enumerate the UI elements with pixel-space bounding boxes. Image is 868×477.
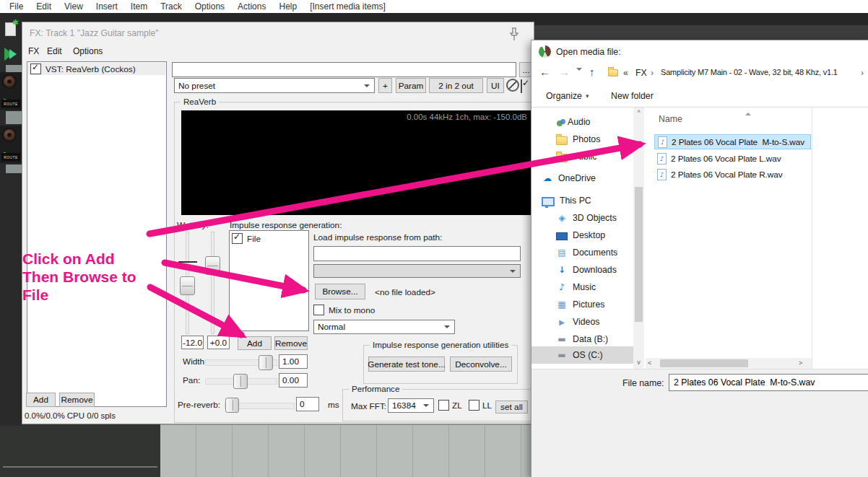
fx-comment-input[interactable]: [172, 62, 516, 77]
sidebar-item-pictures[interactable]: ▦Pictures: [556, 296, 604, 313]
media-explorer-icon[interactable]: [1, 43, 20, 65]
menubar-item-actions[interactable]: Actions: [231, 1, 272, 12]
fx-menu-edit[interactable]: Edit: [47, 46, 62, 56]
sidebar-item-data-b[interactable]: ▬Data (B:): [556, 331, 608, 348]
sidebar-item-photos[interactable]: Photos: [556, 131, 600, 148]
menubar-item-track[interactable]: Track: [154, 1, 188, 12]
ir-file-item[interactable]: File: [232, 233, 261, 244]
prereverb-slider-thumb[interactable]: [225, 398, 239, 413]
sidebar-item-public[interactable]: Public: [556, 148, 597, 165]
list-header-name[interactable]: Name: [659, 114, 682, 124]
preset-plus-button[interactable]: +: [378, 78, 392, 93]
browse-button[interactable]: Browse...: [315, 284, 365, 299]
ir-add-button[interactable]: Add: [238, 336, 272, 350]
ir-file-checkbox[interactable]: [232, 233, 243, 244]
wet-value-field[interactable]: -12.0: [181, 336, 204, 349]
prereverb-label: Pre-reverb:: [178, 400, 220, 410]
maxfft-select[interactable]: 16384: [388, 398, 434, 413]
param-button[interactable]: Param: [396, 78, 426, 93]
scroll-up-icon[interactable]: ^: [633, 109, 644, 116]
generate-test-tone-button[interactable]: Generate test tone...: [368, 356, 445, 372]
sort-ascending-icon[interactable]: [745, 110, 751, 115]
breadcrumb-item-folder[interactable]: Samplicity M7 Main - 02 - Wave, 32 bit, …: [661, 68, 859, 76]
dry-value-field[interactable]: +0.0: [207, 336, 230, 349]
fx-remove-button[interactable]: Remove: [59, 393, 95, 407]
dry-slider-track[interactable]: [211, 232, 214, 334]
menubar-item-item[interactable]: Item: [124, 1, 154, 12]
menubar-item-insert-media-items[interactable]: [Insert media items]: [303, 1, 392, 12]
sidebar-item-documents[interactable]: ▤Documents: [556, 244, 617, 261]
menubar-item-edit[interactable]: Edit: [30, 1, 58, 12]
mix-to-mono-row[interactable]: Mix to mono: [313, 305, 375, 315]
wet-slider-thumb[interactable]: [180, 276, 195, 295]
sidebar-scrollbar[interactable]: ^ v: [633, 108, 644, 369]
normalize-mode-select[interactable]: Normal: [313, 320, 455, 334]
menubar-item-view[interactable]: View: [58, 1, 90, 12]
sidebar-item-this-pc[interactable]: This PC: [542, 192, 591, 209]
dry-slider-thumb[interactable]: [205, 256, 220, 275]
sidebar-item-desktop[interactable]: Desktop: [556, 227, 605, 244]
new-folder-button[interactable]: New folder: [611, 91, 654, 101]
file-row-selected[interactable]: ♪ 2 Plates 06 Vocal Plate M-to-S.wav: [654, 134, 811, 149]
scrollbar-thumb[interactable]: [635, 187, 643, 322]
forward-icon[interactable]: →: [559, 66, 570, 78]
fx-add-button[interactable]: Add: [26, 393, 56, 407]
track2-pan-knob[interactable]: [2, 128, 17, 142]
fx-menu-options[interactable]: Options: [73, 46, 103, 56]
sidebar-item-downloads[interactable]: ↓Downloads: [556, 261, 617, 279]
sidebar-item-music[interactable]: ♪Music: [556, 279, 596, 296]
track1-route-button[interactable]: ROUTE: [1, 100, 20, 108]
sidebar-item-videos[interactable]: ▶Videos: [556, 313, 599, 331]
set-all-button[interactable]: set all: [495, 401, 528, 413]
breadcrumb-separator[interactable]: ›: [861, 68, 864, 78]
ir-path-select[interactable]: [313, 264, 521, 278]
file-list-hscrollbar[interactable]: < >: [646, 358, 812, 369]
sidebar-item-os-c[interactable]: ▬OS (C:): [556, 346, 603, 364]
mix-to-mono-checkbox[interactable]: [313, 305, 324, 315]
sidebar-item-onedrive[interactable]: ☁OneDrive: [542, 170, 596, 187]
up-icon[interactable]: ↑: [589, 66, 595, 78]
menubar-item-file[interactable]: File: [3, 1, 30, 12]
organize-button[interactable]: Organize ▾: [546, 91, 589, 101]
ir-remove-button[interactable]: Remove: [274, 336, 308, 350]
track2-route-button[interactable]: ROUTE: [1, 153, 20, 161]
pin-icon[interactable]: [508, 27, 521, 41]
pan-slider-thumb[interactable]: [233, 374, 248, 389]
zl-checkbox[interactable]: [438, 400, 449, 411]
new-project-icon[interactable]: [1, 19, 20, 40]
fx-plugin-item-reaverb[interactable]: VST: ReaVerb (Cockos): [28, 63, 165, 75]
menubar-item-insert[interactable]: Insert: [90, 1, 124, 12]
track1-pan-knob[interactable]: [2, 74, 17, 89]
plugin-enabled-checkbox[interactable]: [30, 64, 41, 74]
recent-locations-icon[interactable]: [576, 71, 582, 84]
menubar-item-options[interactable]: Options: [188, 1, 231, 12]
breadcrumb-item-fx[interactable]: FX: [635, 68, 647, 78]
back-icon[interactable]: ←: [539, 66, 550, 78]
ui-button[interactable]: UI: [487, 78, 504, 93]
ll-row[interactable]: LL: [469, 400, 492, 411]
preset-select[interactable]: No preset: [174, 78, 375, 93]
zl-row[interactable]: ZL: [438, 400, 462, 411]
menubar-item-help[interactable]: Help: [272, 1, 303, 12]
fx-menu-fx[interactable]: FX: [28, 46, 39, 56]
deconvolve-button[interactable]: Deconvolve...: [450, 356, 512, 372]
sidebar-item-3d-objects[interactable]: ◈3D Objects: [556, 209, 617, 227]
file-name-input[interactable]: [669, 374, 868, 391]
ll-checkbox[interactable]: [469, 400, 479, 411]
breadcrumb-overflow[interactable]: «: [623, 68, 628, 78]
sidebar-item-audio[interactable]: Audio: [556, 113, 590, 131]
file-row[interactable]: ♪ 2 Plates 06 Vocal Plate L.wav: [654, 151, 811, 166]
io-button[interactable]: 2 in 2 out: [429, 78, 483, 93]
width-slider-thumb[interactable]: [259, 355, 273, 370]
width-value-field[interactable]: 1.00: [279, 354, 308, 369]
ir-path-input[interactable]: [313, 246, 521, 261]
scroll-right-icon[interactable]: >: [799, 359, 802, 367]
scroll-left-icon[interactable]: <: [648, 359, 651, 367]
scroll-down-icon[interactable]: v: [633, 359, 644, 366]
wet-knob-icon[interactable]: [506, 79, 519, 92]
scrollbar-thumb[interactable]: [660, 359, 748, 367]
fx-bypass-checkbox[interactable]: [521, 79, 522, 93]
pan-value-field[interactable]: 0.00: [279, 373, 308, 388]
file-row[interactable]: ♪ 2 Plates 06 Vocal Plate R.wav: [654, 167, 811, 182]
prereverb-value-field[interactable]: 0: [296, 397, 319, 411]
